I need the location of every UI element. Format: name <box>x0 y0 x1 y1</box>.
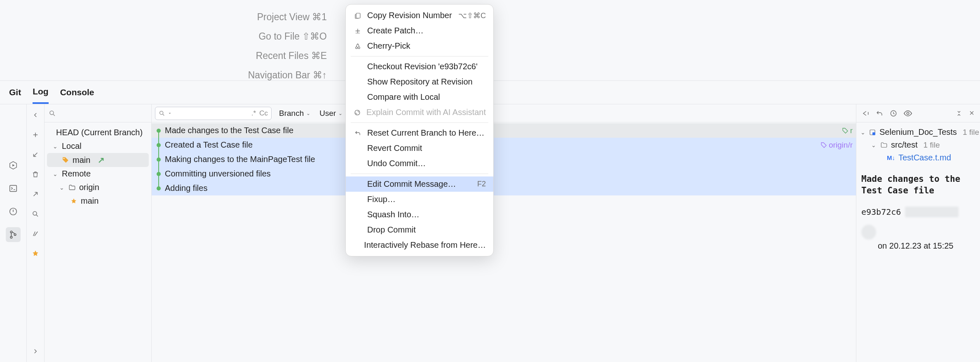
hint-project-view: Project View <box>257 12 309 22</box>
commit-list-panel: .* Cc Branch⌄ User⌄ Made changes to the … <box>152 104 856 362</box>
commit-row[interactable]: Made changes to the Test Case file r <box>152 123 856 138</box>
commit-toolbar: .* Cc Branch⌄ User⌄ <box>152 104 856 122</box>
tab-console[interactable]: Console <box>60 82 94 103</box>
go-to-icon[interactable] <box>861 109 870 118</box>
copy-icon <box>353 12 362 19</box>
tree-local-group[interactable]: ⌄Local <box>45 139 151 153</box>
svg-rect-14 <box>872 132 875 135</box>
menu-edit-commit-message[interactable]: Edit Commit Message…F2 <box>346 176 493 192</box>
push-icon[interactable] <box>28 187 43 202</box>
log-toolbar-strip <box>26 104 45 362</box>
svg-point-7 <box>33 212 37 215</box>
menu-checkout-revision[interactable]: Checkout Revision 'e93b72c6' <box>346 59 493 74</box>
author-redacted <box>905 207 959 217</box>
favorite-icon[interactable] <box>28 246 43 261</box>
menu-show-repo[interactable]: Show Repository at Revision <box>346 74 493 89</box>
branch-graph-icon[interactable] <box>28 226 43 241</box>
avatar <box>861 225 876 240</box>
changed-files-tree: ⌄ Selenium_Doc_Tests1 file ⌄ src/test1 f… <box>856 122 980 167</box>
run-icon[interactable] <box>6 158 21 173</box>
tab-git[interactable]: Git <box>9 82 21 103</box>
tree-origin[interactable]: ⌄origin <box>45 181 151 194</box>
svg-point-4 <box>10 231 12 233</box>
matchcase-toggle[interactable]: Cc <box>259 109 268 118</box>
tree-remote-main[interactable]: main <box>45 194 151 208</box>
commit-hash[interactable]: e93b72c6 <box>861 207 901 217</box>
problems-icon[interactable] <box>6 204 21 219</box>
terminal-icon[interactable] <box>6 181 21 196</box>
commit-hash-row: e93b72c6 <box>856 202 980 221</box>
commit-graph: Made changes to the Test Case file r Cre… <box>152 122 856 195</box>
file-tree-folder[interactable]: ⌄ src/test1 file <box>860 139 976 151</box>
menu-revert-commit[interactable]: Revert Commit <box>346 141 493 156</box>
ref-tag: origin/r <box>821 141 853 150</box>
folder-icon <box>68 184 76 191</box>
branch-search[interactable] <box>45 104 151 122</box>
regex-toggle[interactable]: .* <box>251 109 256 118</box>
ai-icon <box>353 109 361 116</box>
branch-filter[interactable]: Branch⌄ <box>279 109 312 118</box>
revert-icon[interactable] <box>875 109 884 118</box>
tree-remote-group[interactable]: ⌄Remote <box>45 167 151 181</box>
svg-rect-2 <box>10 186 17 192</box>
patch-icon <box>353 27 362 35</box>
navigation-hints: Project View⌘1 Go to File⇧⌘O Recent File… <box>0 7 327 85</box>
folder-icon <box>880 141 888 149</box>
hint-project-view-shortcut: ⌘1 <box>312 12 327 22</box>
user-filter[interactable]: User⌄ <box>319 109 344 118</box>
delete-icon[interactable] <box>28 167 43 182</box>
vcs-icon[interactable] <box>6 227 21 242</box>
find-icon[interactable] <box>28 207 43 221</box>
collapse-icon[interactable] <box>28 108 43 122</box>
menu-copy-revision[interactable]: Copy Revision Number⌥⇧⌘C <box>346 8 493 23</box>
tab-log[interactable]: Log <box>33 81 48 104</box>
tag-icon <box>62 156 69 164</box>
commit-row[interactable]: Committing unversioned files <box>152 167 856 181</box>
history-icon[interactable] <box>889 109 898 118</box>
close-icon[interactable] <box>968 110 975 117</box>
left-tool-strip <box>0 104 26 362</box>
file-tree-file[interactable]: M↓ TestCase.t.md <box>860 151 976 164</box>
hint-nav-bar: Navigation Bar <box>248 70 310 80</box>
hint-goto-file: Go to File <box>258 31 300 42</box>
menu-undo-commit[interactable]: Undo Commit… <box>346 156 493 171</box>
expand-collapse-icon[interactable] <box>955 110 963 117</box>
menu-interactive-rebase[interactable]: Interactively Rebase from Here… <box>346 237 493 253</box>
commit-details-panel: ⌄ Selenium_Doc_Tests1 file ⌄ src/test1 f… <box>856 104 980 362</box>
ref-tag: r <box>842 126 853 135</box>
details-toolbar <box>856 104 980 122</box>
checkout-arrow-icon: ↗ <box>98 155 105 165</box>
preview-icon[interactable] <box>903 109 912 118</box>
menu-squash[interactable]: Squash Into… <box>346 207 493 222</box>
svg-point-16 <box>356 47 358 49</box>
commit-row[interactable]: Making changes to the MainPageTest file <box>152 152 856 167</box>
commit-row[interactable]: Created a Test Case file origin/r <box>152 138 856 152</box>
commit-date: on 20.12.23 at 15:25 <box>856 240 980 251</box>
file-tree-project[interactable]: ⌄ Selenium_Doc_Tests1 file <box>860 126 976 139</box>
menu-reset-branch[interactable]: Reset Current Branch to Here… <box>346 125 493 141</box>
svg-point-10 <box>160 111 163 114</box>
menu-explain-ai: Explain Commit with AI Assistant <box>346 105 493 120</box>
branches-panel: HEAD (Current Branch) ⌄Local main ↗ ⌄Rem… <box>45 104 152 362</box>
svg-point-12 <box>907 112 909 115</box>
commit-search-input[interactable]: .* Cc <box>155 107 272 120</box>
tree-head[interactable]: HEAD (Current Branch) <box>45 126 151 139</box>
hint-recent-files-shortcut: ⌘E <box>311 50 327 61</box>
reset-icon <box>353 129 362 137</box>
menu-cherry-pick[interactable]: Cherry-Pick <box>346 38 493 54</box>
update-icon[interactable] <box>28 147 43 162</box>
add-icon[interactable] <box>28 127 43 142</box>
menu-compare-local[interactable]: Compare with Local <box>346 89 493 105</box>
menu-drop-commit[interactable]: Drop Commit <box>346 222 493 237</box>
commit-row[interactable]: Adding files <box>152 181 856 195</box>
svg-point-5 <box>10 236 12 238</box>
hint-recent-files: Recent Files <box>256 50 309 61</box>
svg-rect-15 <box>356 13 360 18</box>
menu-create-patch[interactable]: Create Patch… <box>346 23 493 38</box>
tree-local-main[interactable]: main ↗ <box>47 153 149 167</box>
hint-nav-bar-shortcut: ⌘↑ <box>313 70 327 80</box>
branch-tree: HEAD (Current Branch) ⌄Local main ↗ ⌄Rem… <box>45 122 151 211</box>
svg-point-8 <box>50 111 54 115</box>
expand-icon[interactable] <box>28 344 43 359</box>
menu-fixup[interactable]: Fixup… <box>346 192 493 207</box>
